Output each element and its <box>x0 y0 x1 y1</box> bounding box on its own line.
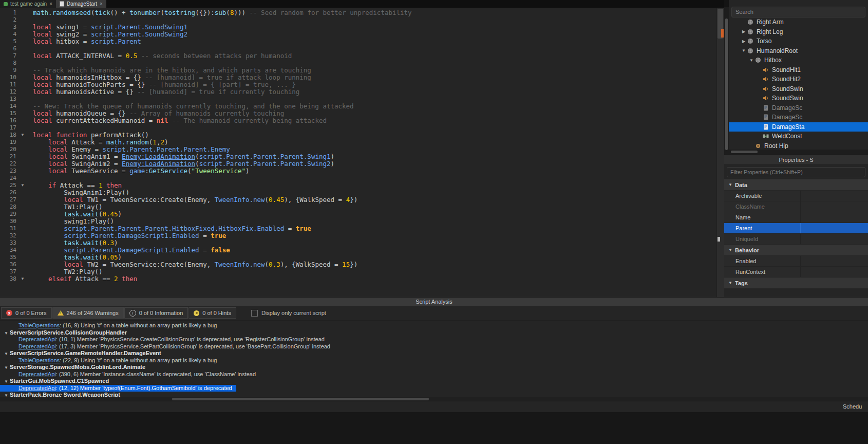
property-row[interactable]: ClassName <box>724 201 868 212</box>
fold-arrow-icon[interactable]: ▼ <box>16 182 29 189</box>
code-line[interactable]: 6 <box>0 45 717 52</box>
code-line[interactable]: 18▼local function performAttack() <box>0 132 717 139</box>
analysis-warning-row[interactable]: DeprecatedApi: (17, 3) Member 'PhysicsSe… <box>0 343 868 350</box>
code-line[interactable]: 21 local SwingAnim1 = Enemy:LoadAnimatio… <box>0 153 717 160</box>
code-line[interactable]: 20 local Enemy = script.Parent.Parent.Pa… <box>0 146 717 153</box>
scrollbar-thumb[interactable] <box>731 151 758 153</box>
code-line[interactable]: 35 task.wait(0.05) <box>0 254 717 261</box>
code-line[interactable]: 22 local SwingAnim2 = Enemy:LoadAnimatio… <box>0 160 717 168</box>
warning-filter-button[interactable]: 246 of 246 Warnings <box>52 307 124 319</box>
scrollbar-thumb[interactable] <box>172 398 429 400</box>
code-line[interactable]: 16local currentAttackedHumanoid = nil --… <box>0 117 717 124</box>
explorer-item[interactable]: WeldConst <box>729 132 868 141</box>
code-line[interactable]: 19 local Attack = math.random(1,2) <box>0 139 717 146</box>
code-line[interactable]: 24 <box>0 175 717 182</box>
scrollbar-thumb[interactable] <box>725 18 728 150</box>
property-row[interactable]: Enabled <box>724 256 868 267</box>
property-row[interactable]: RunContext <box>724 267 868 278</box>
script-editor[interactable]: 1math.randomseed(tick() + tonumber(tostr… <box>0 8 724 297</box>
analysis-rule-link[interactable]: TableOperations <box>18 322 60 328</box>
document-tab[interactable]: test game again <box>0 0 56 8</box>
code-line[interactable]: 28 TW1:Play() <box>0 203 717 211</box>
code-line[interactable]: 7local ATTACK_INTERVAL = 0.5 -- seconds … <box>0 52 717 60</box>
document-tab[interactable]: DamageStart <box>56 0 106 8</box>
property-row[interactable]: Parent <box>724 223 868 234</box>
analysis-group-row[interactable]: ▼ServerStorage.SpawnedMobs.GoblinLord.An… <box>0 364 868 371</box>
checkbox[interactable] <box>251 310 258 317</box>
analysis-rule-link[interactable]: DeprecatedApi <box>18 336 56 342</box>
expand-arrow-icon[interactable]: ▶ <box>741 29 747 34</box>
code-line[interactable]: 34 script.Parent.DamageScript1.Enabled =… <box>0 247 717 254</box>
explorer-search-input[interactable]: Search <box>731 7 865 17</box>
code-line[interactable]: 33 task.wait(0.3) <box>0 239 717 247</box>
explorer-item[interactable]: SoundHit2 <box>729 75 868 84</box>
analysis-group-row[interactable]: ▼ServerScriptService.GameRemoteHandler.D… <box>0 350 868 357</box>
explorer-item[interactable]: ▶Right Leg <box>729 27 868 37</box>
code-line[interactable]: 17 <box>0 124 717 132</box>
code-line[interactable]: 38▼ elseif Attack == 2 then <box>0 275 717 283</box>
code-line[interactable]: 32 script.Parent.DamageScript1.Enabled =… <box>0 232 717 239</box>
code-line[interactable]: 12local humanoidsActive = {} -- [humanoi… <box>0 88 717 96</box>
code-line[interactable]: 15local humanoidQueue = {} -- Array of h… <box>0 110 717 117</box>
close-icon[interactable] <box>100 2 103 7</box>
analysis-warning-row[interactable]: TableOperations: (22, 9) Using '#' on a … <box>0 357 868 364</box>
explorer-item[interactable]: DamageSta <box>729 122 868 132</box>
chevron-down-icon[interactable]: ▼ <box>4 378 10 385</box>
code-line[interactable]: 30 swing1:Play() <box>0 218 717 225</box>
code-line[interactable]: 2 <box>0 16 717 24</box>
analysis-group-row[interactable]: ▼StarterGui.MobSpawned.C1Spawned <box>0 378 868 385</box>
chevron-down-icon[interactable]: ▼ <box>4 330 10 337</box>
property-row[interactable]: Name <box>724 212 868 223</box>
property-row[interactable]: UniqueId <box>724 234 868 245</box>
analysis-warning-row[interactable]: DeprecatedApi: (390, 6) Member 'Instance… <box>0 371 868 378</box>
chevron-down-icon[interactable]: ▼ <box>4 364 10 371</box>
error-filter-button[interactable]: 0 of 0 Errors <box>1 307 52 319</box>
explorer-item[interactable]: DamageSc <box>729 103 868 113</box>
explorer-item[interactable]: DamageSc <box>729 113 868 122</box>
explorer-item[interactable]: SoundHit1 <box>729 65 868 75</box>
explorer-item[interactable]: SoundSwin <box>729 84 868 94</box>
close-icon[interactable] <box>49 2 52 7</box>
analysis-rule-link[interactable]: TableOperations <box>18 357 60 363</box>
code-line[interactable]: 14-- New: Track the queue of humanoids c… <box>0 103 717 110</box>
explorer-vertical-scrollbar[interactable] <box>724 7 729 154</box>
explorer-item[interactable]: SoundSwin <box>729 94 868 103</box>
explorer-item[interactable]: Root Hip <box>729 141 868 150</box>
analysis-rule-link[interactable]: DeprecatedApi <box>18 385 56 391</box>
property-row[interactable]: Archivable <box>724 191 868 201</box>
explorer-horizontal-scrollbar[interactable] <box>729 150 868 154</box>
analysis-rule-link[interactable]: DeprecatedApi <box>18 371 56 377</box>
code-line[interactable]: 29 task.wait(0.45) <box>0 211 717 218</box>
code-line[interactable]: 1math.randomseed(tick() + tonumber(tostr… <box>0 9 717 16</box>
code-line[interactable]: 9-- Track which humanoids are in the hit… <box>0 67 717 74</box>
hint-filter-button[interactable]: 0 of 0 Hints <box>188 307 236 319</box>
display-only-current-script[interactable]: Display only current script <box>251 310 326 317</box>
editor-vertical-scrollbar[interactable] <box>716 8 724 297</box>
code-line[interactable]: 37 TW2:Play() <box>0 268 717 275</box>
code-line[interactable]: 25▼ if Attack == 1 then <box>0 182 717 189</box>
analysis-warning-row[interactable]: TableOperations: (16, 9) Using '#' on a … <box>0 322 868 329</box>
expand-arrow-icon[interactable]: ▼ <box>748 58 754 63</box>
property-section-header[interactable]: ▼Data <box>724 179 868 191</box>
code-line[interactable]: 8 <box>0 60 717 67</box>
code-line[interactable]: 5local hitbox = script.Parent <box>0 38 717 45</box>
code-line[interactable]: 26 SwingAnim1:Play() <box>0 189 717 196</box>
info-filter-button[interactable]: 0 of 0 Information <box>124 307 188 319</box>
code-line[interactable]: 36 local TW2 = TweenService:Create(Enemy… <box>0 261 717 268</box>
code-line[interactable]: 11local humanoidTouchParts = {} -- [huma… <box>0 81 717 88</box>
code-line[interactable]: 13 <box>0 96 717 103</box>
analysis-rule-link[interactable]: DeprecatedApi <box>18 343 56 349</box>
fold-arrow-icon[interactable]: ▼ <box>16 275 29 283</box>
code-line[interactable]: 4local swing2 = script.Parent.SoundSwing… <box>0 31 717 38</box>
analysis-warning-row[interactable]: DeprecatedApi: (10, 1) Member 'PhysicsSe… <box>0 336 868 343</box>
explorer-item[interactable]: ▼HumanoidRoot <box>729 46 868 56</box>
code-line[interactable]: 23 local TweenService = game:GetService(… <box>0 168 717 175</box>
explorer-item[interactable]: Right Arm <box>729 17 868 27</box>
explorer-item[interactable]: ▼Hitbox <box>729 55 868 65</box>
property-section-header[interactable]: ▼Behavior <box>724 245 868 256</box>
property-section-header[interactable]: ▼Tags <box>724 278 868 289</box>
properties-filter-input[interactable]: Filter Properties (Ctrl+Shift+P) <box>727 167 865 177</box>
code-line[interactable]: 10local humanoidsInHitbox = {} -- [human… <box>0 74 717 81</box>
code-line[interactable]: 27 local TW1 = TweenService:Create(Enemy… <box>0 196 717 203</box>
analysis-warning-row[interactable]: DeprecatedApi: (12, 12) Member 'typeof(E… <box>0 385 236 392</box>
